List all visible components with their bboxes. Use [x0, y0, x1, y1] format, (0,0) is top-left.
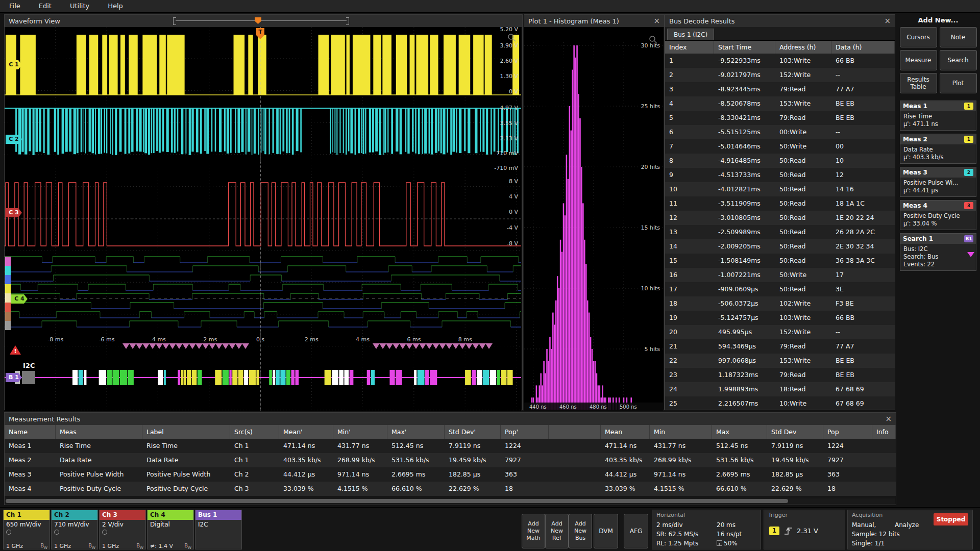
waveform-display[interactable]: -8 ms-6 ms-4 ms-2 ms0 s2 ms4 ms6 ms8 ms5…: [5, 27, 521, 411]
close-icon[interactable]: ×: [885, 415, 892, 423]
badge-meas-4[interactable]: Meas 43Positive Duty Cycleµ': 33.04 %: [900, 200, 976, 230]
horizontal-panel[interactable]: Horizontal 2 ms/div 20 ms SR: 62.5 MS/s …: [652, 510, 761, 549]
zoom-icon[interactable]: [507, 33, 517, 42]
badge-meas-1[interactable]: Meas 11Rise Timeµ': 471.1 ns: [900, 101, 976, 131]
measurement-column-header[interactable]: Std Dev': [445, 425, 501, 439]
bus-decode-row[interactable]: 12-3.010805ms50:Read1E 20 22 24: [665, 211, 895, 225]
bus-decode-row[interactable]: 6-5.515125ms00:Write--: [665, 125, 895, 139]
bus-decode-cell: 1.998893ms: [714, 382, 775, 396]
bus-decode-row[interactable]: 15-1.508149ms50:Read36 38 3A 3C: [665, 254, 895, 268]
bus-decode-row[interactable]: 22997.0668µs153:WriteBE EB: [665, 354, 895, 368]
bus-decode-row[interactable]: 17-909.0609µs50:Read3E: [665, 282, 895, 296]
measurement-column-header[interactable]: Mean: [601, 425, 650, 439]
bus-decode-row[interactable]: 16-1.007221ms50:Write17: [665, 268, 895, 282]
measurement-column-header[interactable]: Max: [712, 425, 767, 439]
bus-decode-row[interactable]: 3-8.923445ms79:Read77 A7: [665, 82, 895, 96]
bus-column-header[interactable]: Data (h): [831, 41, 895, 54]
measurement-column-header[interactable]: Name: [5, 425, 56, 439]
bus-decode-row[interactable]: 2-9.021797ms152:Write--: [665, 68, 895, 82]
add-new-math-button[interactable]: AddNewMath: [522, 514, 545, 548]
menu-item-help[interactable]: Help: [99, 0, 132, 12]
measurement-column-header[interactable]: Pop': [501, 425, 549, 439]
horizontal-scrollbar[interactable]: [6, 498, 895, 504]
bus-decode-row[interactable]: 11-3.511909ms50:Read18 1A 1C: [665, 196, 895, 211]
bus-column-header[interactable]: Index: [665, 41, 714, 54]
stopped-status-button[interactable]: Stopped: [934, 513, 968, 525]
measure-button[interactable]: Measure: [900, 50, 937, 70]
results-table-button[interactable]: Results Table: [900, 73, 937, 93]
channel-badge-ch4[interactable]: Ch 4Digital≠: 1.4 VBW: [147, 510, 194, 549]
note-button[interactable]: Note: [940, 27, 977, 47]
bus-decode-row[interactable]: 7-5.014646ms50:Write00: [665, 139, 895, 154]
bus-decode-row[interactable]: 241.998893ms18:Read67 68 69: [665, 382, 895, 396]
bus-decode-row[interactable]: 4-8.520678ms153:WriteBE EB: [665, 96, 895, 111]
channel-badge-ch2[interactable]: Ch 2710 mV/div1 GHzBW: [51, 510, 98, 549]
channel-badge-bus1[interactable]: Bus 1I2C: [195, 510, 242, 549]
close-icon[interactable]: ×: [653, 17, 660, 25]
horizontal-position-scrollbar[interactable]: [173, 17, 349, 24]
bus-decode-row[interactable]: 13-2.509989ms50:Read26 28 2A 2C: [665, 225, 895, 239]
bus-decode-row[interactable]: 9-4.513733ms50:Read12: [665, 168, 895, 182]
afg-button[interactable]: AFG: [624, 514, 648, 548]
add-new-ref-button[interactable]: AddNewRef: [545, 514, 569, 548]
tab-bus1-i2c[interactable]: Bus 1 (I2C): [667, 29, 714, 40]
channel-badge-ch1[interactable]: Ch 1650 mV/div1 GHzBW: [3, 510, 50, 549]
measurement-cell: 1224: [501, 439, 549, 453]
horizontal-position-marker-icon[interactable]: [255, 17, 261, 24]
acquisition-panel[interactable]: Acquisition Manual, Analyze Sample: 12 b…: [847, 510, 973, 549]
channel-badge-name: Bus 1: [195, 510, 241, 520]
measurement-column-header[interactable]: Meas: [56, 425, 142, 439]
bus-column-header[interactable]: Start Time: [714, 41, 775, 54]
bus-decode-row[interactable]: 252.216507ms10:Write67 68 69: [665, 396, 895, 410]
bus-decode-row[interactable]: 21594.3469µs79:Read77 A7: [665, 339, 895, 354]
measurement-column-header[interactable]: Std Dev: [767, 425, 823, 439]
channel-badge-ch3[interactable]: Ch 32 V/div1 GHzBW: [99, 510, 146, 549]
measurement-column-header[interactable]: Min': [333, 425, 387, 439]
bandwidth-icon: BW: [88, 543, 95, 550]
measurement-column-header[interactable]: Min: [650, 425, 712, 439]
badge-search-1[interactable]: Search 1B1Bus: I2CSearch: BusEvents: 22: [900, 233, 976, 271]
menu-item-edit[interactable]: Edit: [30, 0, 61, 12]
bus-decode-row[interactable]: 14-2.009205ms50:Read2E 30 32 34: [665, 239, 895, 254]
cursors-button[interactable]: Cursors: [900, 27, 937, 47]
scrollbar-thumb[interactable]: [6, 499, 788, 503]
menu-item-utility[interactable]: Utility: [61, 0, 99, 12]
measurement-row[interactable]: Meas 3Positive Pulse WidthPositive Pulse…: [5, 467, 896, 482]
bus-decode-cell: 77 A7: [831, 82, 895, 96]
search-button[interactable]: Search: [940, 50, 977, 70]
badge-name: Meas 1: [903, 103, 927, 110]
trigger-panel[interactable]: Trigger 1 2.31 V: [764, 510, 845, 549]
bus-decode-row[interactable]: 18-506.0372µs102:WriteF3 BE: [665, 296, 895, 311]
waveform-canvas[interactable]: -8 ms-6 ms-4 ms-2 ms0 s2 ms4 ms6 ms8 ms5…: [5, 27, 521, 411]
bus-decode-cell: 6: [665, 125, 714, 139]
measurement-column-header[interactable]: Info: [872, 425, 896, 439]
add-new-bus-button[interactable]: AddNewBus: [569, 514, 592, 548]
bus-decode-table[interactable]: 1-9.522933ms103:Write66 BB2-9.021797ms15…: [665, 54, 895, 410]
close-icon[interactable]: ×: [884, 17, 891, 25]
measurement-row[interactable]: Meas 2Data RateData RateCh 1403.35 kb/s2…: [5, 453, 896, 467]
histogram-display[interactable]: 5 hits10 hits15 hits20 hits25 hits30 hit…: [524, 27, 663, 411]
dvm-button[interactable]: DVM: [594, 514, 618, 548]
measurement-column-header[interactable]: Src(s): [230, 425, 279, 439]
measurement-row[interactable]: Meas 4Positive Duty CyclePositive Duty C…: [5, 482, 896, 496]
bus-decode-row[interactable]: 8-4.916485ms50:Read10: [665, 154, 895, 168]
measurement-row[interactable]: Meas 1Rise TimeRise TimeCh 1471.14 ns431…: [5, 439, 896, 453]
measurement-column-header[interactable]: Max': [387, 425, 445, 439]
bus-decode-row[interactable]: 5-8.330421ms79:ReadBE EB: [665, 111, 895, 125]
plot-button[interactable]: Plot: [940, 73, 977, 93]
bus-decode-row[interactable]: 19-5.124757µs103:Write66 BB: [665, 311, 895, 325]
measurement-column-header[interactable]: Pop: [823, 425, 872, 439]
bus-decode-row[interactable]: 10-4.012821ms50:Read14 16: [665, 182, 895, 196]
menu-item-file[interactable]: File: [0, 0, 30, 12]
measurement-column-header[interactable]: Mean': [279, 425, 333, 439]
bus-column-header[interactable]: Address (h): [775, 41, 831, 54]
measurement-column-header[interactable]: [549, 425, 601, 439]
zoom-icon[interactable]: [649, 35, 658, 44]
measurement-table[interactable]: Meas 1Rise TimeRise TimeCh 1471.14 ns431…: [5, 439, 896, 496]
badge-meas-3[interactable]: Meas 32Positive Pulse Wi...µ': 44.41 µs: [900, 167, 976, 197]
bus-decode-row[interactable]: 231.187323ms79:ReadBE EB: [665, 368, 895, 382]
bus-decode-row[interactable]: 20495.995µs152:Write--: [665, 325, 895, 339]
badge-meas-2[interactable]: Meas 21Data Rateµ': 403.3 kb/s: [900, 134, 976, 164]
bus-decode-row[interactable]: 1-9.522933ms103:Write66 BB: [665, 54, 895, 68]
measurement-column-header[interactable]: Label: [142, 425, 230, 439]
